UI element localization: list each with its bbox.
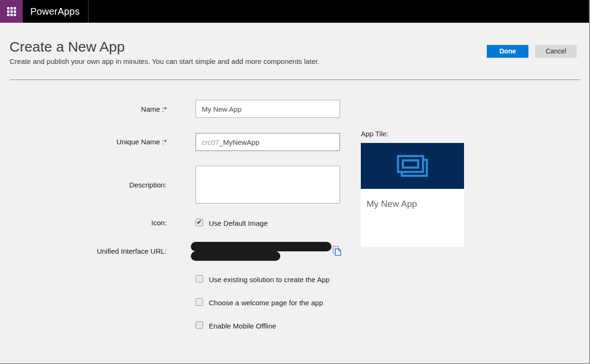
unified-url-label: Unified Interface URL: (9, 247, 167, 255)
page-subtitle: Create and publish your own app in minut… (9, 57, 320, 65)
name-input[interactable] (196, 100, 340, 118)
app-tile-preview: My New App (361, 143, 464, 247)
unique-name-label: Unique Name :* (9, 138, 167, 146)
redacted-url-line-2 (191, 251, 280, 261)
description-input[interactable] (196, 166, 340, 204)
unique-name-input[interactable]: crc07_MyNewApp (196, 133, 340, 151)
use-existing-solution-checkbox[interactable] (196, 275, 203, 283)
copy-url-icon[interactable] (332, 246, 341, 258)
cancel-button[interactable]: Cancel (535, 45, 577, 58)
use-default-image-label: Use Default Image (209, 219, 268, 227)
top-app-bar: PowerApps (0, 0, 589, 23)
use-default-image-checkbox[interactable] (196, 219, 203, 226)
unique-name-prefix: crc07 (202, 138, 219, 146)
icon-label: Icon: (9, 219, 167, 227)
page-title: Create a New App (9, 39, 125, 55)
topbar-separator (88, 0, 89, 23)
enable-mobile-offline-label: Enable Mobile Offline (209, 322, 276, 330)
use-existing-solution-label: Use existing solution to create the App (209, 275, 330, 284)
unique-name-suffix: _MyNewApp (219, 138, 259, 146)
done-button[interactable]: Done (487, 45, 528, 58)
app-window: PowerApps Create a New App Create and pu… (0, 0, 590, 364)
app-tile-label: App Tile: (361, 130, 388, 138)
description-label: Description: (9, 181, 167, 189)
waffle-icon (7, 7, 16, 16)
choose-welcome-page-checkbox[interactable] (196, 298, 203, 306)
stacked-windows-icon (397, 155, 428, 177)
choose-welcome-page-label: Choose a welcome page for the app (209, 299, 323, 307)
app-tile-image (361, 143, 464, 189)
name-label: Name :* (9, 105, 167, 113)
header-divider (9, 80, 581, 80)
enable-mobile-offline-checkbox[interactable] (196, 321, 203, 329)
app-tile-name: My New App (361, 189, 464, 209)
brand-title: PowerApps (30, 0, 80, 23)
redacted-url-line-1 (191, 242, 331, 251)
app-launcher-button[interactable] (0, 0, 23, 23)
